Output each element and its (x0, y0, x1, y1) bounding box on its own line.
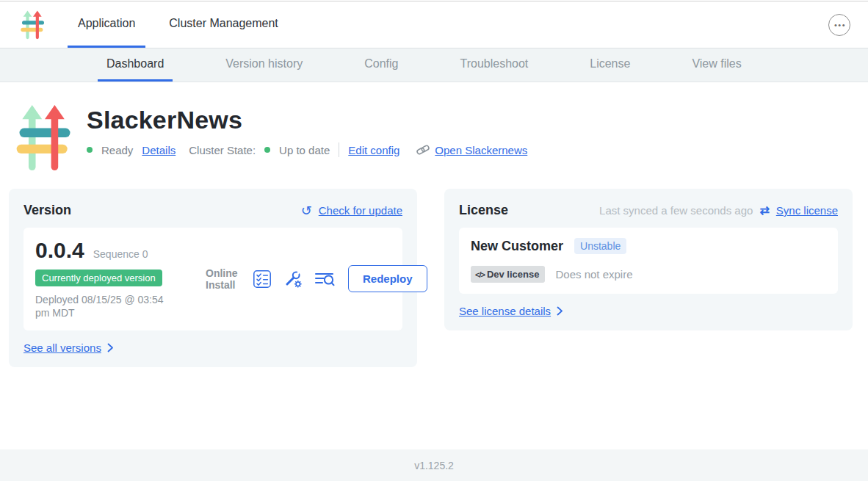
app-subnav: Dashboard Version history Config Trouble… (0, 48, 868, 82)
main-content: SlackerNews Ready Details Cluster State:… (0, 82, 868, 449)
version-card: Version ↺ Check for update 0.0.4 Sequenc… (9, 189, 417, 367)
hero-text: SlackerNews Ready Details Cluster State:… (87, 104, 536, 172)
console-version: v1.125.2 (414, 460, 454, 471)
header-tabs: Application Cluster Management (68, 1, 302, 48)
cluster-state-label: Cluster State: (189, 144, 256, 156)
license-card-header: License Last synced a few seconds ago ⇄ … (459, 203, 838, 218)
edit-config-button[interactable] (283, 270, 303, 289)
tab-view-files[interactable]: View files (683, 48, 750, 82)
check-for-update[interactable]: ↺ Check for update (301, 204, 402, 217)
tab-dashboard[interactable]: Dashboard (98, 48, 173, 82)
channel-badge: Unstable (574, 238, 626, 254)
checklist-icon (253, 270, 272, 289)
app-footer: v1.125.2 (0, 449, 868, 481)
app-hero: SlackerNews Ready Details Cluster State:… (0, 82, 868, 172)
more-menu-button[interactable]: ••• (828, 14, 850, 36)
code-icon: </> (475, 270, 485, 279)
page-title: SlackerNews (87, 106, 536, 134)
ellipsis-icon: ••• (834, 21, 846, 29)
chevron-right-icon (557, 306, 563, 316)
header-spacer (302, 1, 828, 48)
version-number: 0.0.4 (35, 238, 84, 263)
version-actions: Online Install (206, 265, 427, 292)
see-license-details[interactable]: See license details (459, 305, 838, 317)
app-logo[interactable] (21, 1, 46, 48)
tab-version-history[interactable]: Version history (217, 48, 311, 82)
license-card-title: License (459, 203, 508, 218)
open-app-link-label: Open Slackernews (435, 144, 527, 156)
last-synced-label: Last synced a few seconds ago (599, 204, 753, 217)
license-type-label: Dev license (487, 269, 540, 280)
current-version-panel: 0.0.4 Sequence 0 Currently deployed vers… (23, 228, 402, 330)
deployed-timestamp: Deployed 08/15/25 @ 03:54 pm MDT (35, 293, 178, 319)
app-status-dot (87, 147, 93, 153)
tab-cluster-management[interactable]: Cluster Management (159, 1, 289, 48)
app-status-row: Ready Details Cluster State: Up to date … (87, 142, 536, 157)
see-all-versions-link: See all versions (23, 341, 101, 354)
customer-name: New Customer (471, 239, 563, 254)
status-divider (339, 142, 339, 157)
license-panel: New Customer Unstable </> Dev license Do… (459, 228, 838, 294)
edit-config-link[interactable]: Edit config (348, 144, 399, 156)
license-card: License Last synced a few seconds ago ⇄ … (444, 189, 853, 330)
cluster-state-value: Up to date (279, 144, 330, 156)
app-logo-icon (21, 10, 46, 40)
refresh-icon: ↺ (301, 204, 312, 217)
chevron-right-icon (107, 343, 114, 352)
license-type-tag: </> Dev license (471, 266, 545, 283)
version-card-header: Version ↺ Check for update (23, 203, 402, 218)
version-card-title: Version (23, 203, 71, 218)
install-type-label: Online Install (206, 267, 241, 291)
preflight-checks-button[interactable] (253, 270, 272, 289)
open-app-link[interactable]: Open Slackernews (416, 144, 527, 156)
wrench-gear-icon (283, 270, 303, 289)
app-icon (16, 104, 73, 172)
check-for-update-link: Check for update (319, 204, 402, 217)
view-deploy-logs-button[interactable] (314, 270, 335, 289)
tab-troubleshoot[interactable]: Troubleshoot (451, 48, 537, 82)
dashboard-cards: Version ↺ Check for update 0.0.4 Sequenc… (0, 172, 868, 367)
sync-license-link[interactable]: Sync license (776, 204, 838, 217)
status-details-link[interactable]: Details (142, 144, 176, 156)
sync-icon: ⇄ (759, 205, 769, 217)
redeploy-button[interactable]: Redeploy (348, 265, 427, 292)
license-expiry: Does not expire (555, 268, 632, 281)
tab-config[interactable]: Config (355, 48, 407, 82)
tab-application[interactable]: Application (68, 1, 145, 48)
link-icon (416, 144, 430, 156)
tab-license[interactable]: License (581, 48, 639, 82)
version-sequence: Sequence 0 (93, 248, 148, 260)
app-status-label: Ready (101, 144, 133, 156)
current-version-info: 0.0.4 Sequence 0 Currently deployed vers… (35, 238, 206, 319)
app-header: Application Cluster Management ••• (0, 1, 868, 48)
deployed-badge: Currently deployed version (35, 270, 162, 286)
cluster-state-dot (264, 147, 270, 153)
see-all-versions[interactable]: See all versions (23, 341, 402, 354)
log-search-icon (314, 270, 335, 289)
see-license-details-link: See license details (459, 305, 551, 317)
